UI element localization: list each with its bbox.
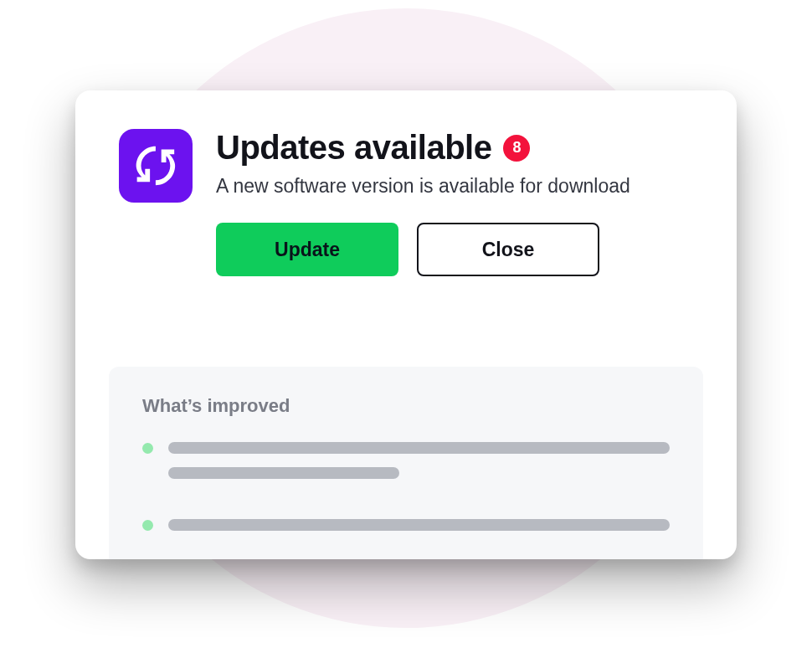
update-button[interactable]: Update: [216, 223, 398, 276]
improved-heading: What’s improved: [142, 395, 670, 417]
dialog-subtitle: A new software version is available for …: [216, 175, 693, 198]
dialog-title: Updates available: [216, 129, 491, 167]
placeholder-lines: [168, 442, 670, 492]
update-count-badge: 8: [503, 135, 530, 162]
placeholder-line: [168, 519, 670, 531]
title-row: Updates available 8: [216, 129, 693, 167]
header-text: Updates available 8 A new software versi…: [216, 129, 693, 276]
bullet-icon: [142, 443, 153, 454]
placeholder-lines: [168, 519, 670, 544]
dialog-header: Updates available 8 A new software versi…: [75, 90, 737, 276]
placeholder-line: [168, 442, 670, 454]
placeholder-line: [168, 467, 399, 479]
sync-icon: [119, 129, 193, 203]
bullet-icon: [142, 520, 153, 531]
changelog-item: [142, 442, 670, 492]
whats-improved-panel: What’s improved: [109, 367, 703, 559]
close-button[interactable]: Close: [417, 223, 599, 276]
button-row: Update Close: [216, 223, 693, 276]
changelog-item: [142, 519, 670, 544]
update-dialog: Updates available 8 A new software versi…: [75, 90, 737, 559]
